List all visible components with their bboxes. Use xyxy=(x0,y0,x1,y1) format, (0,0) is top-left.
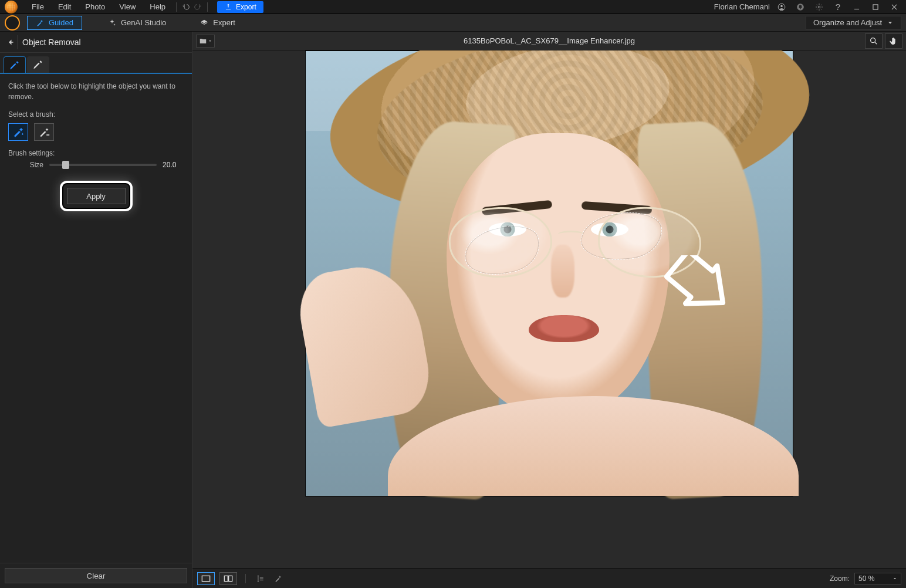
minimize-button[interactable] xyxy=(850,0,864,14)
pointer-arrow-overlay xyxy=(657,255,727,326)
zoom-label: Zoom: xyxy=(830,575,850,583)
tab-brush-erase[interactable] xyxy=(27,56,49,73)
user-name: Florian Chemani xyxy=(714,2,770,11)
arrow-left-icon xyxy=(5,37,16,48)
wand-plus-icon xyxy=(12,126,24,138)
brush-add[interactable] xyxy=(8,123,28,141)
mode-genai-label: GenAI Studio xyxy=(121,18,166,27)
close-button[interactable] xyxy=(887,0,901,14)
organize-adjust-dropdown[interactable]: Organize and Adjust xyxy=(806,16,901,30)
zoom-dropdown[interactable]: 50 % xyxy=(854,573,901,584)
document-filename: 6135BoPOBoL._AC_SX679__Image Enhancer.jp… xyxy=(192,36,906,45)
sparkle-icon xyxy=(108,19,116,27)
undo-icon xyxy=(182,3,190,11)
flame-icon xyxy=(8,19,16,27)
organize-label: Organize and Adjust xyxy=(813,18,882,27)
split-view-icon xyxy=(224,575,233,582)
svg-rect-10 xyxy=(224,576,228,581)
export-label: Export xyxy=(236,3,256,11)
svg-rect-4 xyxy=(854,8,859,9)
slider-thumb[interactable] xyxy=(62,161,69,169)
back-button[interactable] xyxy=(4,35,18,49)
gear-icon xyxy=(815,3,823,11)
apply-button[interactable]: Apply xyxy=(67,188,126,204)
export-icon xyxy=(224,3,232,11)
brush-subtract[interactable] xyxy=(34,123,54,141)
question-icon: ? xyxy=(836,2,840,12)
svg-rect-11 xyxy=(229,576,232,581)
layers-icon xyxy=(200,19,208,27)
side-panel: Object Removal Click the tool below to h… xyxy=(0,32,192,588)
close-icon xyxy=(890,3,898,11)
size-slider[interactable] xyxy=(49,164,157,166)
menu-help[interactable]: Help xyxy=(143,0,173,14)
wand-minus-icon xyxy=(38,126,50,138)
size-value: 20.0 xyxy=(163,161,184,169)
redo-icon xyxy=(194,3,202,11)
menu-photo[interactable]: Photo xyxy=(78,0,112,14)
account-button[interactable] xyxy=(775,0,789,14)
view-split[interactable] xyxy=(219,572,237,585)
svg-rect-6 xyxy=(11,42,13,43)
divider xyxy=(245,574,246,583)
brand-badge xyxy=(5,15,20,31)
chevron-down-icon xyxy=(893,576,897,581)
edited-image[interactable] xyxy=(305,50,793,496)
zoom-value: 50 % xyxy=(858,575,874,583)
export-button[interactable]: Export xyxy=(217,1,263,13)
brush-erase-icon xyxy=(32,59,44,70)
compare-button[interactable] xyxy=(254,572,267,585)
color-picker-button[interactable] xyxy=(272,572,285,585)
glasses-bridge xyxy=(558,231,584,238)
minimize-icon xyxy=(853,3,861,11)
instruction-text: Click the tool below to highlight the ob… xyxy=(8,81,184,102)
size-label: Size xyxy=(8,161,43,169)
divider xyxy=(176,2,177,12)
wand-small-icon xyxy=(274,575,282,583)
app-logo xyxy=(5,1,18,13)
maximize-button[interactable] xyxy=(868,0,883,14)
panel-title: Object Removal xyxy=(22,38,81,47)
single-view-icon xyxy=(201,575,211,582)
redo-button[interactable] xyxy=(192,0,204,14)
view-single[interactable] xyxy=(197,572,215,585)
lips xyxy=(529,315,599,342)
mode-expert[interactable]: Expert xyxy=(192,16,244,30)
mode-expert-label: Expert xyxy=(213,18,235,27)
user-icon xyxy=(777,3,786,11)
menu-file[interactable]: File xyxy=(25,0,51,14)
mode-guided-label: Guided xyxy=(49,18,73,27)
maximize-icon xyxy=(871,3,880,11)
settings-button[interactable] xyxy=(812,0,826,14)
image-viewport[interactable] xyxy=(192,50,906,568)
apply-highlight: Apply xyxy=(60,181,133,211)
brush-icon xyxy=(9,59,21,71)
tab-brush-mark[interactable] xyxy=(4,56,26,73)
divider xyxy=(207,2,208,12)
menu-view[interactable]: View xyxy=(112,0,143,14)
undo-button[interactable] xyxy=(180,0,192,14)
bell-icon xyxy=(796,3,804,11)
svg-rect-5 xyxy=(873,4,878,9)
compare-icon xyxy=(256,575,265,583)
brush-settings-label: Brush settings: xyxy=(8,149,184,157)
select-brush-label: Select a brush: xyxy=(8,110,184,119)
wand-icon xyxy=(36,19,44,27)
notifications-button[interactable] xyxy=(793,0,807,14)
menu-edit[interactable]: Edit xyxy=(51,0,78,14)
help-button[interactable]: ? xyxy=(831,0,845,14)
mode-guided[interactable]: Guided xyxy=(27,16,82,30)
svg-point-3 xyxy=(818,6,820,8)
svg-rect-9 xyxy=(202,576,209,581)
chevron-down-icon xyxy=(887,19,894,26)
svg-point-1 xyxy=(780,5,783,7)
mode-genai[interactable]: GenAI Studio xyxy=(100,16,174,30)
svg-rect-7 xyxy=(46,134,49,136)
clear-button[interactable]: Clear xyxy=(5,568,187,583)
